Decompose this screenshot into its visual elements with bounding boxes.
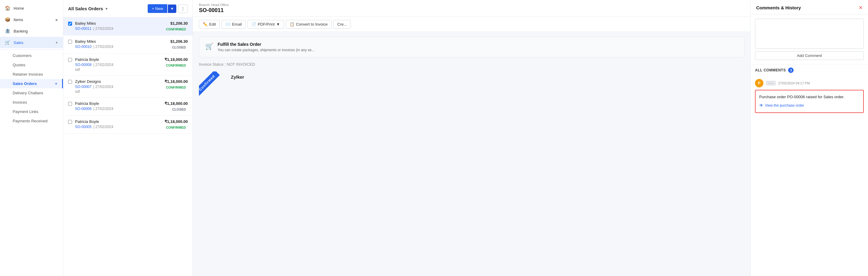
email-button[interactable]: ✉️ Email bbox=[221, 20, 246, 29]
purchase-order-link-text: View the purchase order bbox=[765, 103, 804, 108]
create-label: Cre... bbox=[337, 22, 347, 27]
company-name: Zylker bbox=[231, 74, 244, 80]
order-sub: sdf bbox=[75, 67, 161, 72]
comment-textarea[interactable] bbox=[755, 19, 864, 49]
sidebar-sub-quotes[interactable]: Quotes bbox=[0, 60, 63, 70]
order-id-link[interactable]: SO-00005 bbox=[75, 125, 92, 129]
banking-icon: 🏦 bbox=[5, 28, 10, 34]
edit-label: Edit bbox=[209, 22, 216, 27]
sidebar-item-items[interactable]: 📦 Items ▶ bbox=[0, 14, 63, 25]
orders-title[interactable]: All Sales Orders ▼ bbox=[68, 6, 108, 11]
convert-icon: 📋 bbox=[290, 22, 294, 27]
sidebar-label-home: Home bbox=[13, 6, 24, 10]
order-id-link[interactable]: SO-00006 bbox=[75, 107, 92, 111]
order-checkbox[interactable] bbox=[68, 120, 72, 124]
edit-icon: ✏️ bbox=[203, 22, 208, 27]
order-date: | 27/02/2024 bbox=[93, 107, 114, 111]
main-body: 🛒 Fulfill the Sales Order You can create… bbox=[193, 32, 750, 276]
view-purchase-order-link[interactable]: 👁 View the purchase order bbox=[759, 102, 860, 109]
pdf-print-button[interactable]: 📄 PDF/Print ▼ bbox=[247, 20, 284, 29]
close-comments-button[interactable]: ✕ bbox=[859, 5, 863, 10]
sidebar-sub-payments-received[interactable]: Payments Received bbox=[0, 116, 63, 126]
confirmed-stamp: Confirmed bbox=[199, 71, 220, 96]
order-date: | 27/02/2024 bbox=[93, 63, 114, 67]
order-amount: ₹1,18,000.00 bbox=[164, 101, 188, 106]
sidebar-sub-sales-orders[interactable]: Sales Orders + bbox=[0, 79, 63, 88]
main-content: Branch: Head Office SO-00011 ✏️ Edit ✉️ … bbox=[193, 0, 750, 276]
sidebar-sub-payment-links[interactable]: Payment Links bbox=[0, 107, 63, 116]
sidebar-sub-sales-orders-label: Sales Orders bbox=[13, 81, 37, 86]
order-sub: sdf bbox=[75, 90, 161, 94]
order-id-link[interactable]: SO-00008 bbox=[75, 63, 92, 67]
sidebar-item-sales[interactable]: 🛒 Sales ▼ bbox=[0, 37, 63, 48]
sidebar-item-banking[interactable]: 🏦 Banking bbox=[0, 25, 63, 37]
sidebar-label-sales: Sales bbox=[13, 40, 24, 45]
order-status-badge: CONFIRMED bbox=[164, 125, 188, 130]
orders-list-panel: All Sales Orders ▼ + New ▼ ⋮ Bailey Mile… bbox=[63, 0, 193, 276]
order-list-item[interactable]: Bailey Miles SO-00010 | 27/02/2024 $1,20… bbox=[63, 36, 193, 54]
sidebar-item-home[interactable]: 🏠 Home bbox=[0, 2, 63, 14]
order-id-link[interactable]: SO-00010 bbox=[75, 44, 92, 49]
sidebar-label-banking: Banking bbox=[13, 29, 28, 33]
order-amount: ₹1,18,000.00 bbox=[164, 79, 188, 84]
comment-text: Purchase order PO-00006 raised for Sales… bbox=[759, 95, 844, 99]
order-amount: $1,206.30 bbox=[164, 21, 188, 26]
email-icon: ✉️ bbox=[225, 22, 230, 27]
pdf-chevron-icon: ▼ bbox=[276, 22, 280, 27]
convert-to-invoice-button[interactable]: 📋 Convert to Invoice bbox=[286, 20, 332, 29]
add-sales-order-btn[interactable]: + bbox=[55, 81, 57, 86]
order-date: | 27/02/2024 bbox=[93, 125, 114, 129]
create-button[interactable]: Cre... bbox=[333, 20, 351, 29]
order-amount: ₹1,18,000.00 bbox=[164, 119, 188, 124]
sales-icon: 🛒 bbox=[5, 40, 10, 45]
confirmed-stamp-wrapper: Confirmed bbox=[199, 71, 226, 98]
sidebar: 🏠 Home 📦 Items ▶ 🏦 Banking 🛒 Sales ▼ Cus… bbox=[0, 0, 63, 276]
order-id-link[interactable]: SO-00007 bbox=[75, 85, 92, 89]
order-list-item[interactable]: Patricia Boyle SO-00008 | 27/02/2024 sdf… bbox=[63, 54, 193, 75]
more-options-button[interactable]: ⋮ bbox=[178, 4, 188, 13]
comment-box: Purchase order PO-00006 raised for Sales… bbox=[755, 90, 864, 113]
comment-time: 27/02/2024 04:17 PM bbox=[778, 81, 810, 85]
order-checkbox[interactable] bbox=[68, 102, 72, 106]
order-name: Bailey Miles bbox=[75, 21, 161, 26]
comment-avatar: P bbox=[755, 79, 764, 87]
sidebar-sub-customers[interactable]: Customers bbox=[0, 51, 63, 60]
so-number-title: SO-00011 bbox=[199, 7, 744, 13]
invoice-status: Invoice Status : NOT INVOICED bbox=[199, 62, 744, 67]
fulfill-title: Fulfill the Sales Order bbox=[218, 42, 315, 47]
order-checkbox[interactable] bbox=[68, 58, 72, 62]
order-list-item[interactable]: Bailey Miles SO-00011 | 27/02/2024 $1,20… bbox=[63, 18, 193, 36]
order-status-badge: CLOSED bbox=[170, 45, 188, 50]
order-checkbox[interactable] bbox=[68, 22, 72, 26]
order-status-badge: CLOSED bbox=[170, 107, 188, 112]
sidebar-sub-delivery[interactable]: Delivery Challans bbox=[0, 88, 63, 98]
order-list-item[interactable]: Patricia Boyle SO-00006 | 27/02/2024 ₹1,… bbox=[63, 98, 193, 116]
main-header: Branch: Head Office SO-00011 bbox=[193, 0, 750, 17]
order-checkbox[interactable] bbox=[68, 40, 72, 44]
order-id-link[interactable]: SO-00011 bbox=[75, 27, 92, 31]
order-name: Zylker Designs bbox=[75, 79, 161, 84]
invoice-status-value: NOT INVOICED bbox=[227, 62, 255, 67]
new-order-button[interactable]: + New bbox=[148, 4, 167, 13]
comment-item: P ····· 27/02/2024 04:17 PM Purchase ord… bbox=[751, 76, 868, 116]
new-btn-group: + New ▼ ⋮ bbox=[148, 4, 188, 13]
comment-meta: P ····· 27/02/2024 04:17 PM bbox=[755, 79, 864, 87]
new-order-dropdown-button[interactable]: ▼ bbox=[168, 4, 176, 13]
add-comment-button[interactable]: Add Comment bbox=[755, 51, 864, 60]
all-comments-header: ALL COMMENTS 3 bbox=[751, 64, 868, 76]
order-name: Patricia Boyle bbox=[75, 101, 161, 106]
edit-button[interactable]: ✏️ Edit bbox=[199, 20, 220, 29]
sidebar-sub-invoices[interactable]: Invoices bbox=[0, 98, 63, 107]
order-checkbox[interactable] bbox=[68, 80, 72, 84]
order-amount: ₹1,18,000.00 bbox=[164, 57, 188, 62]
pdf-icon: 📄 bbox=[251, 22, 256, 27]
comment-count-badge: 3 bbox=[788, 67, 794, 73]
order-date: | 27/02/2024 bbox=[93, 85, 114, 89]
email-label: Email bbox=[232, 22, 242, 27]
order-list-item[interactable]: Patricia Boyle SO-00005 | 27/02/2024 ₹1,… bbox=[63, 116, 193, 134]
all-comments-label: ALL COMMENTS bbox=[755, 68, 786, 72]
sidebar-sub-retainer[interactable]: Retainer Invoices bbox=[0, 70, 63, 79]
convert-label: Convert to Invoice bbox=[296, 22, 328, 27]
comments-panel: Comments & History ✕ Add Comment ALL COM… bbox=[750, 0, 868, 276]
order-list-item[interactable]: Zylker Designs SO-00007 | 27/02/2024 sdf… bbox=[63, 75, 193, 98]
